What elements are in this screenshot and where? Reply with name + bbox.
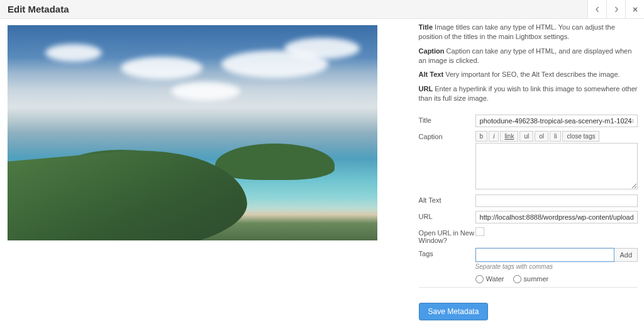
separator bbox=[419, 287, 638, 288]
help-alt-label: Alt Text bbox=[419, 70, 444, 78]
alt-label: Alt Text bbox=[419, 194, 475, 204]
alt-text-input[interactable] bbox=[475, 194, 638, 207]
tag-option-water[interactable]: Water bbox=[475, 275, 504, 283]
save-metadata-button[interactable]: Save Metadata bbox=[419, 303, 489, 320]
header-bar: Edit Metadata bbox=[0, 0, 644, 19]
url-input[interactable] bbox=[475, 211, 638, 223]
ed-ul-button[interactable]: ul bbox=[519, 131, 533, 142]
ed-li-button[interactable]: li bbox=[550, 131, 561, 142]
content: Title Image titles can take any type of … bbox=[0, 19, 644, 321]
tags-label: Tags bbox=[419, 248, 475, 257]
ed-italic-button[interactable]: i bbox=[489, 131, 499, 142]
tags-hint: Separate tags with commas bbox=[475, 263, 638, 270]
ed-link-button[interactable]: link bbox=[500, 131, 518, 142]
title-label: Title bbox=[419, 115, 475, 124]
ed-bold-button[interactable]: b bbox=[475, 131, 488, 142]
help-caption-label: Caption bbox=[419, 47, 445, 55]
newwin-checkbox[interactable] bbox=[475, 227, 484, 236]
url-label: URL bbox=[419, 211, 475, 220]
help-url-label: URL bbox=[419, 85, 433, 93]
close-button[interactable] bbox=[625, 0, 644, 18]
image-column bbox=[0, 19, 419, 321]
caption-toolbar: b i link ul ol li close tags bbox=[475, 131, 638, 142]
tag-option-summer[interactable]: summer bbox=[513, 275, 549, 283]
chevron-left-icon bbox=[594, 6, 601, 13]
help-caption-text: Caption can take any type of HTML, and a… bbox=[419, 47, 632, 64]
sidebar: Title Image titles can take any type of … bbox=[419, 19, 644, 321]
help-block: Title Image titles can take any type of … bbox=[419, 23, 638, 103]
ed-close-tags-button[interactable]: close tags bbox=[562, 131, 599, 142]
newwin-label: Open URL in New Window? bbox=[419, 227, 475, 244]
preview-image bbox=[8, 25, 377, 240]
tag-radio-summer[interactable] bbox=[513, 275, 521, 283]
help-title-text: Image titles can take any type of HTML. … bbox=[419, 23, 615, 40]
caption-label: Caption bbox=[419, 131, 475, 140]
prev-button[interactable] bbox=[587, 0, 606, 18]
ed-ol-button[interactable]: ol bbox=[535, 131, 548, 142]
tags-add-button[interactable]: Add bbox=[614, 248, 638, 262]
metadata-form: Title Caption b i link ul ol li close ta… bbox=[419, 115, 638, 320]
title-input[interactable] bbox=[475, 115, 638, 127]
help-url-text: Enter a hyperlink if you wish to link th… bbox=[419, 85, 638, 102]
chevron-right-icon bbox=[613, 6, 619, 13]
page-title: Edit Metadata bbox=[8, 4, 69, 14]
tag-radio-water[interactable] bbox=[475, 275, 484, 283]
close-icon bbox=[632, 6, 638, 13]
header-nav bbox=[587, 0, 644, 18]
tags-input[interactable] bbox=[475, 248, 615, 262]
help-title-label: Title bbox=[419, 23, 433, 31]
next-button[interactable] bbox=[606, 0, 625, 18]
caption-textarea[interactable] bbox=[475, 143, 638, 189]
help-alt-text: Very important for SEO, the Alt Text des… bbox=[445, 70, 619, 78]
tag-options: Water summer bbox=[475, 275, 638, 283]
